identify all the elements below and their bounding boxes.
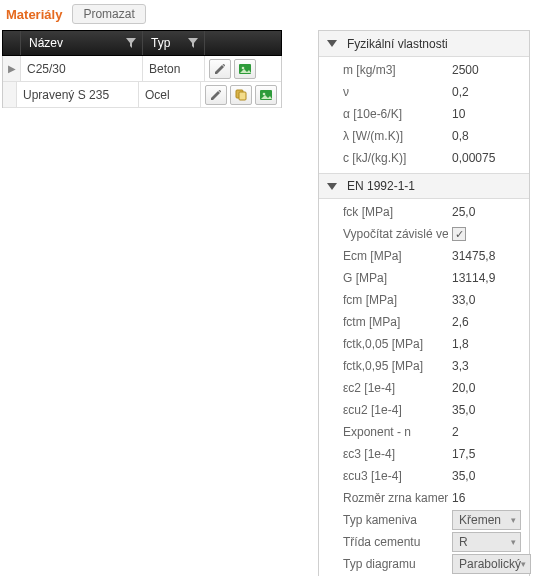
property-row: εc3 [1e-4]17,5 xyxy=(319,443,529,465)
cell-typ[interactable]: Beton xyxy=(143,56,205,81)
property-label: Typ kameniva xyxy=(343,513,448,527)
property-label: c [kJ/(kg.K)] xyxy=(343,151,448,165)
property-value[interactable]: 0,00075 xyxy=(452,151,521,165)
group-header-physical[interactable]: Fyzikální vlastnosti xyxy=(319,31,529,57)
property-label: fcm [MPa] xyxy=(343,293,448,307)
property-row: G [MPa]13114,9 xyxy=(319,267,529,289)
column-header-actions xyxy=(205,31,281,55)
export-image-button[interactable] xyxy=(234,59,256,79)
column-header-name[interactable]: Název xyxy=(21,31,143,55)
dropdown-value: Křemen xyxy=(459,513,501,527)
duplicate-button[interactable] xyxy=(230,85,252,105)
export-image-button[interactable] xyxy=(255,85,277,105)
property-row: fcm [MPa]33,0 xyxy=(319,289,529,311)
property-value[interactable]: 2500 xyxy=(452,63,521,77)
chevron-down-icon: ▾ xyxy=(521,559,526,569)
property-label: fctk,0,95 [MPa] xyxy=(343,359,448,373)
cell-name[interactable]: Upravený S 235 xyxy=(17,82,139,107)
property-value[interactable]: 1,8 xyxy=(452,337,521,351)
chevron-down-icon: ▾ xyxy=(511,515,516,525)
pencil-icon xyxy=(213,62,227,76)
property-label: Rozměr zrna kameniva xyxy=(343,491,448,505)
edit-button[interactable] xyxy=(209,59,231,79)
property-row: m [kg/m3]2500 xyxy=(319,59,529,81)
column-typ-label: Typ xyxy=(151,36,170,50)
property-row: Ecm [MPa]31475,8 xyxy=(319,245,529,267)
collapse-icon xyxy=(327,183,337,190)
property-row: fctk,0,95 [MPa]3,3 xyxy=(319,355,529,377)
property-row: εcu2 [1e-4]35,0 xyxy=(319,399,529,421)
checkbox[interactable]: ✓ xyxy=(452,227,466,241)
dropdown[interactable]: Křemen▾ xyxy=(452,510,521,530)
property-label: εc3 [1e-4] xyxy=(343,447,448,461)
edit-button[interactable] xyxy=(205,85,227,105)
cell-typ[interactable]: Ocel xyxy=(139,82,201,107)
image-icon xyxy=(238,62,252,76)
row-selector-header xyxy=(3,31,21,55)
property-label: Vypočítat závislé veličiny xyxy=(343,227,448,241)
property-label: m [kg/m3] xyxy=(343,63,448,77)
property-label: εc2 [1e-4] xyxy=(343,381,448,395)
property-label: fctk,0,05 [MPa] xyxy=(343,337,448,351)
property-label: Ecm [MPa] xyxy=(343,249,448,263)
property-value[interactable]: 35,0 xyxy=(452,469,521,483)
property-row: εcu3 [1e-4]35,0 xyxy=(319,465,529,487)
promazat-button[interactable]: Promazat xyxy=(72,4,145,24)
property-row: Rozměr zrna kameniva16 xyxy=(319,487,529,509)
property-label: fck [MPa] xyxy=(343,205,448,219)
property-value[interactable]: 0,2 xyxy=(452,85,521,99)
table-row[interactable]: ▶C25/30Beton xyxy=(3,56,281,82)
property-value[interactable]: 13114,9 xyxy=(452,271,521,285)
property-value[interactable]: 25,0 xyxy=(452,205,521,219)
property-row: fctm [MPa]2,6 xyxy=(319,311,529,333)
property-label: α [10e-6/K] xyxy=(343,107,448,121)
property-value[interactable]: 31475,8 xyxy=(452,249,521,263)
filter-icon[interactable] xyxy=(126,38,136,48)
property-row: Typ kamenivaKřemen▾ xyxy=(319,509,529,531)
dropdown[interactable]: R▾ xyxy=(452,532,521,552)
property-value[interactable]: 16 xyxy=(452,491,521,505)
properties-panel: Fyzikální vlastnosti m [kg/m3]2500ν0,2α … xyxy=(318,30,530,576)
row-selector[interactable]: ▶ xyxy=(3,56,21,81)
group-title: Fyzikální vlastnosti xyxy=(347,37,448,51)
image-icon xyxy=(259,88,273,102)
property-label: Exponent - n xyxy=(343,425,448,439)
dropdown-value: R xyxy=(459,535,468,549)
filter-icon[interactable] xyxy=(188,38,198,48)
property-label: Třída cementu xyxy=(343,535,448,549)
dropdown-value: Parabolický xyxy=(459,557,521,571)
property-label: Typ diagramu xyxy=(343,557,448,571)
property-value[interactable]: 3,3 xyxy=(452,359,521,373)
pencil-icon xyxy=(209,88,223,102)
property-row: fck [MPa]25,0 xyxy=(319,201,529,223)
dropdown[interactable]: Parabolický▾ xyxy=(452,554,531,574)
column-header-typ[interactable]: Typ xyxy=(143,31,205,55)
property-value[interactable]: 2,6 xyxy=(452,315,521,329)
property-value[interactable]: 10 xyxy=(452,107,521,121)
property-value[interactable]: 17,5 xyxy=(452,447,521,461)
cell-name[interactable]: C25/30 xyxy=(21,56,143,81)
property-row: c [kJ/(kg.K)]0,00075 xyxy=(319,147,529,169)
row-selector[interactable] xyxy=(3,82,17,107)
materials-table-header: Název Typ xyxy=(2,30,282,56)
property-value[interactable]: 35,0 xyxy=(452,403,521,417)
property-label: εcu3 [1e-4] xyxy=(343,469,448,483)
copy-icon xyxy=(234,88,248,102)
svg-rect-3 xyxy=(239,92,246,100)
property-value[interactable]: 33,0 xyxy=(452,293,521,307)
collapse-icon xyxy=(327,40,337,47)
property-value[interactable]: 0,8 xyxy=(452,129,521,143)
property-label: εcu2 [1e-4] xyxy=(343,403,448,417)
property-value[interactable]: 2 xyxy=(452,425,521,439)
table-row[interactable]: Upravený S 235Ocel xyxy=(3,82,281,108)
group-header-en1992[interactable]: EN 1992-1-1 xyxy=(319,173,529,199)
svg-point-1 xyxy=(242,66,245,69)
property-row: Vypočítat závislé veličiny✓ xyxy=(319,223,529,245)
property-row: fctk,0,05 [MPa]1,8 xyxy=(319,333,529,355)
svg-point-5 xyxy=(263,92,266,95)
property-value[interactable]: 20,0 xyxy=(452,381,521,395)
cell-actions xyxy=(201,82,281,107)
property-label: λ [W/(m.K)] xyxy=(343,129,448,143)
column-name-label: Název xyxy=(29,36,63,50)
group-title: EN 1992-1-1 xyxy=(347,179,415,193)
